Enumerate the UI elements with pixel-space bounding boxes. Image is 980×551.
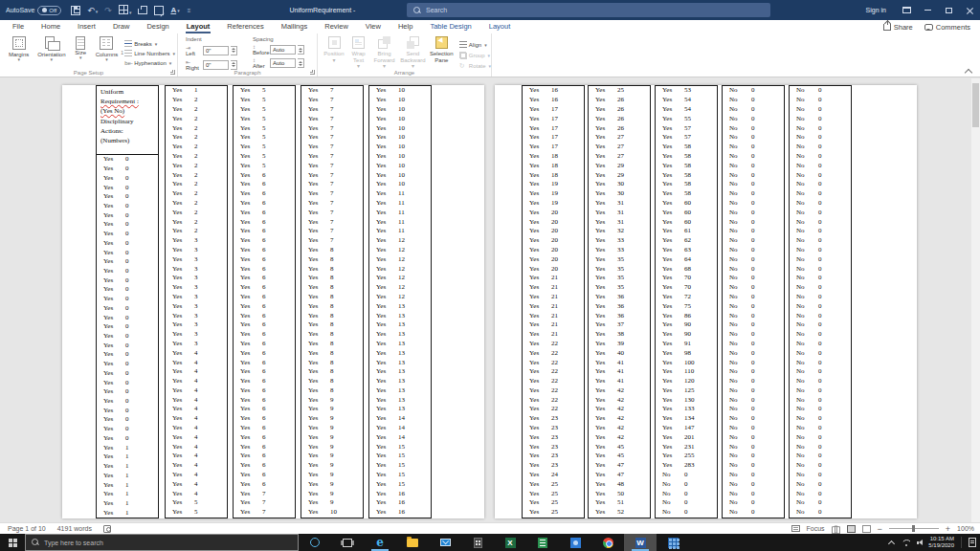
spacing-after-spinner[interactable] [298, 58, 304, 68]
selection-pane-button[interactable]: Selection Pane [428, 36, 456, 63]
table-row[interactable]: Yes6 [234, 293, 295, 302]
table-row[interactable]: Yes1 [97, 452, 158, 462]
table-row[interactable]: No0 [790, 246, 851, 255]
table-row[interactable]: Yes4 [166, 461, 227, 471]
indent-left-spinner[interactable] [231, 46, 237, 55]
table-row[interactable]: Yes29 [589, 161, 650, 170]
table-row[interactable]: Yes0 [97, 183, 158, 192]
table-row[interactable]: Yes8 [301, 340, 363, 349]
table-row[interactable]: No0 [790, 311, 851, 320]
calculator-button[interactable] [461, 534, 494, 551]
indent-right-spinner[interactable] [231, 60, 237, 70]
table-row[interactable]: Yes27 [589, 152, 650, 162]
table-row[interactable]: Yes5 [234, 114, 295, 123]
menu-tab-file[interactable]: File [4, 20, 33, 33]
table-row[interactable]: Yes48 [589, 479, 650, 489]
table-row[interactable]: Yes35 [589, 254, 650, 264]
table-row[interactable]: No0 [723, 498, 784, 508]
table-row[interactable]: Yes30 [589, 180, 650, 189]
table-row[interactable]: Yes13 [369, 320, 431, 330]
table-row[interactable]: Yes7 [301, 217, 363, 227]
table-row[interactable]: No0 [790, 508, 851, 518]
table-row[interactable]: Yes15 [369, 461, 431, 471]
table-row[interactable]: Yes7 [301, 96, 363, 105]
table-row[interactable]: Yes12 [369, 236, 431, 246]
table-row[interactable]: Yes6 [234, 442, 295, 452]
columns-button[interactable]: Columns▾ [92, 36, 122, 61]
table-row[interactable]: Yes26 [589, 96, 650, 105]
table-row[interactable]: Yes134 [656, 414, 717, 424]
table-row[interactable]: Yes255 [656, 452, 717, 461]
table-row[interactable]: Yes0 [97, 220, 158, 230]
search-box[interactable]: Search [407, 3, 770, 17]
table-row[interactable]: Yes6 [234, 264, 295, 274]
table-row[interactable]: Yes6 [234, 348, 295, 358]
table-row[interactable]: No0 [723, 311, 784, 320]
table-column[interactable]: No0No0No0No0No0No0No0No0No0No0No0No0No0N… [722, 85, 785, 518]
table-row[interactable]: Yes4 [166, 489, 227, 498]
table-row[interactable]: Yes13 [369, 330, 431, 340]
table-row[interactable]: Yes13 [369, 311, 431, 320]
table-row[interactable]: No0 [790, 105, 851, 115]
table-row[interactable]: Yes9 [301, 424, 363, 433]
table-row[interactable]: No0 [723, 348, 784, 358]
table-row[interactable]: Yes10 [369, 123, 431, 133]
table-row[interactable]: Yes11 [369, 199, 431, 209]
table-row[interactable]: Yes11 [369, 208, 431, 217]
table-row[interactable]: Yes0 [97, 295, 158, 304]
table-row[interactable]: Yes4 [166, 471, 227, 480]
table-row[interactable]: No0 [723, 386, 784, 396]
table-row[interactable]: Yes24 [523, 471, 584, 480]
web-layout-icon[interactable] [862, 525, 871, 533]
table-row[interactable]: Yes19 [523, 180, 584, 189]
table-row[interactable]: Yes133 [656, 405, 717, 414]
table-row[interactable]: No0 [723, 217, 784, 227]
table-row[interactable]: Yes3 [166, 311, 227, 320]
table-row[interactable]: Yes42 [589, 395, 650, 405]
table-row[interactable]: Yes70 [656, 283, 717, 293]
table-row[interactable]: Yes0 [97, 341, 158, 350]
table-row[interactable]: Yes3 [166, 264, 227, 274]
table-row[interactable]: Yes4 [166, 377, 227, 386]
table-row[interactable]: Yes5 [234, 143, 295, 152]
table-row[interactable]: Yes9 [301, 414, 363, 424]
table-row[interactable]: Yes1 [97, 480, 158, 490]
table-row[interactable]: No0 [790, 264, 851, 274]
table-row[interactable]: Yes6 [234, 452, 295, 461]
table-row[interactable]: No0 [723, 395, 784, 405]
table-row[interactable]: Yes58 [656, 170, 717, 180]
table-row[interactable]: Yes42 [589, 386, 650, 396]
table-row[interactable]: No0 [790, 452, 851, 461]
table-row[interactable]: Yes0 [97, 238, 158, 248]
table-row[interactable]: Yes30 [589, 189, 650, 199]
table-row[interactable]: Yes8 [301, 283, 363, 293]
table-row[interactable]: Yes12 [369, 254, 431, 264]
table-row[interactable]: No0 [790, 320, 851, 330]
table-row[interactable]: Yes2 [166, 189, 227, 199]
table-row[interactable]: Yes110 [656, 367, 717, 377]
table-row[interactable]: Yes2 [166, 143, 227, 152]
table-row[interactable]: Yes6 [234, 208, 295, 217]
table-row[interactable]: Yes70 [656, 274, 717, 283]
menu-tab-view[interactable]: View [357, 20, 390, 33]
table-row[interactable]: Yes60 [656, 208, 717, 217]
table-row[interactable]: Yes8 [301, 358, 363, 367]
table-row[interactable]: Yes4 [166, 358, 227, 367]
table-row[interactable]: Yes0 [97, 304, 158, 314]
table-row[interactable]: No0 [723, 283, 784, 293]
table-row[interactable]: No0 [656, 508, 717, 518]
table-row[interactable]: No0 [723, 161, 784, 170]
table-row[interactable]: No0 [723, 405, 784, 414]
table-row[interactable]: Yes6 [234, 340, 295, 349]
table-row[interactable]: Yes22 [523, 340, 584, 349]
table-row[interactable]: Yes7 [301, 86, 363, 96]
table-row[interactable]: Yes58 [656, 180, 717, 189]
table-row[interactable]: Yes13 [369, 348, 431, 358]
zoom-out-icon[interactable]: − [878, 525, 882, 533]
focus-button[interactable]: Focus [807, 525, 825, 532]
redo-icon[interactable]: ↷ [104, 6, 112, 15]
table-row[interactable]: No0 [790, 405, 851, 414]
table-row[interactable]: Yes18 [523, 161, 584, 170]
table-row[interactable]: Yes2 [166, 114, 227, 123]
menu-tab-review[interactable]: Review [316, 20, 357, 33]
